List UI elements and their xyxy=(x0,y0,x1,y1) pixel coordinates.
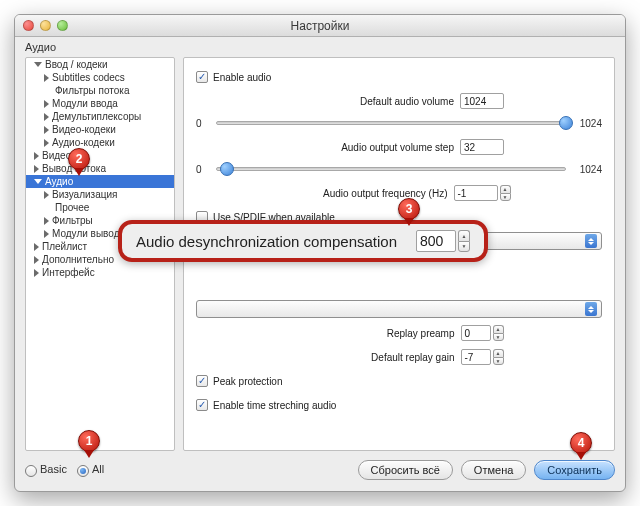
tree-item[interactable]: Ввод / кодеки xyxy=(26,58,174,71)
default-replay-gain-input[interactable]: -7 xyxy=(461,349,491,365)
close-icon[interactable] xyxy=(23,20,34,31)
step-marker-2: 2 xyxy=(68,148,90,174)
mode-basic-radio[interactable]: Basic xyxy=(25,463,67,476)
tree-item[interactable]: Прочее xyxy=(26,201,174,214)
cancel-button[interactable]: Отмена xyxy=(461,460,526,480)
tree-item[interactable]: Визуализация xyxy=(26,188,174,201)
reset-all-button[interactable]: Сбросить всё xyxy=(358,460,453,480)
replay-preamp-label: Replay preamp xyxy=(295,328,455,339)
desync-input[interactable]: 800 xyxy=(416,230,456,252)
tree-item[interactable]: Фильтры потока xyxy=(26,84,174,97)
desync-stepper[interactable]: ▲▼ xyxy=(458,230,470,252)
tree-item[interactable]: Вывод потока xyxy=(26,162,174,175)
slider-max: 1024 xyxy=(572,118,602,129)
dropdown-2[interactable] xyxy=(196,300,602,318)
minimize-icon[interactable] xyxy=(40,20,51,31)
output-freq-input[interactable]: -1 xyxy=(454,185,498,201)
tree-item[interactable]: Демультиплексоры xyxy=(26,110,174,123)
slider-max: 1024 xyxy=(572,164,602,175)
desync-label: Audio desynchronization compensation xyxy=(136,233,416,250)
volume-slider[interactable] xyxy=(216,116,566,130)
highlight-callout: Audio desynchronization compensation 800… xyxy=(118,220,488,262)
enable-audio-checkbox[interactable]: ✓ xyxy=(196,71,208,83)
default-volume-label: Default audio volume xyxy=(294,96,454,107)
footer: Basic All Сбросить всё Отмена Сохранить xyxy=(25,457,615,483)
tree-item[interactable]: Видео xyxy=(26,149,174,162)
tree-item[interactable]: Видео-кодеки xyxy=(26,123,174,136)
output-freq-stepper[interactable]: ▲▼ xyxy=(500,185,511,201)
slider-min: 0 xyxy=(196,164,210,175)
section-heading: Аудио xyxy=(25,41,56,53)
tree-item[interactable]: Аудио-кодеки xyxy=(26,136,174,149)
mode-all-radio[interactable]: All xyxy=(77,463,104,476)
slider-min: 0 xyxy=(196,118,210,129)
tree-item[interactable]: Интерфейс xyxy=(26,266,174,279)
default-volume-input[interactable]: 1024 xyxy=(460,93,504,109)
output-step-label: Audio output volume step xyxy=(294,142,454,153)
tree-item-audio[interactable]: Аудио xyxy=(26,175,174,188)
default-replay-gain-stepper[interactable]: ▲▼ xyxy=(493,349,504,365)
peak-protection-checkbox[interactable]: ✓ xyxy=(196,375,208,387)
titlebar: Настройки xyxy=(15,15,625,37)
tree-item[interactable]: Subtitles codecs xyxy=(26,71,174,84)
step-marker-3: 3 xyxy=(398,198,420,224)
window-controls xyxy=(23,20,68,31)
save-button[interactable]: Сохранить xyxy=(534,460,615,480)
step-marker-1: 1 xyxy=(78,430,100,456)
window-title: Настройки xyxy=(15,19,625,33)
time-stretch-label: Enable time streching audio xyxy=(213,400,336,411)
step-marker-4: 4 xyxy=(570,432,592,458)
tree-item[interactable]: Модули ввода xyxy=(26,97,174,110)
time-stretch-checkbox[interactable]: ✓ xyxy=(196,399,208,411)
step-slider[interactable] xyxy=(216,162,566,176)
peak-protection-label: Peak protection xyxy=(213,376,283,387)
output-step-input[interactable]: 32 xyxy=(460,139,504,155)
replay-preamp-stepper[interactable]: ▲▼ xyxy=(493,325,504,341)
enable-audio-label: Enable audio xyxy=(213,72,271,83)
replay-preamp-input[interactable]: 0 xyxy=(461,325,491,341)
default-replay-gain-label: Default replay gain xyxy=(295,352,455,363)
output-freq-label: Audio output frequency (Hz) xyxy=(288,188,448,199)
zoom-icon[interactable] xyxy=(57,20,68,31)
